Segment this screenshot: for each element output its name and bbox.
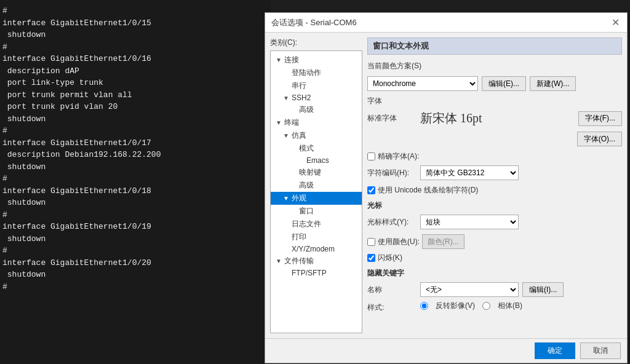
tree-item-label: 连接: [284, 55, 299, 65]
tree-item-串行[interactable]: 串行: [271, 79, 362, 92]
tree-item-label: 外观: [292, 193, 306, 204]
name-select[interactable]: <无>: [420, 282, 519, 297]
radio-reverse[interactable]: [420, 302, 428, 310]
cancel-button[interactable]: 取消: [580, 342, 621, 359]
tree-item-label: 高级: [299, 105, 314, 115]
cursor-style-select[interactable]: 短块: [420, 215, 519, 229]
tree-item-外观[interactable]: ▼外观: [271, 192, 362, 205]
standard-font-label: 标准字体: [367, 113, 417, 124]
tree-item-label: 映射键: [299, 167, 321, 178]
tree-item-label: 日志文件: [292, 219, 321, 229]
blink-checkbox[interactable]: [367, 254, 375, 262]
dialog-overlay: 会话选项 - Serial-COM6 ✕ 类别(C): ▼连接登陆动作串行▼SS…: [0, 0, 630, 364]
category-panel: 类别(C): ▼连接登陆动作串行▼SSH2高级▼终端▼仿真模式Emacs映射键高…: [270, 38, 362, 333]
expand-icon: ▼: [276, 119, 283, 126]
tree-item-label: 登陆动作: [292, 68, 321, 78]
precise-font-checkbox[interactable]: [367, 152, 375, 160]
tree-item-label: 窗口: [299, 206, 314, 216]
tree-item-label: X/Y/Zmodem: [292, 245, 335, 253]
expand-icon: ▼: [276, 258, 283, 264]
tree-item-登陆动作[interactable]: 登陆动作: [271, 66, 362, 79]
style-label: 样式:: [367, 303, 417, 313]
settings-panel: 窗口和文本外观 当前颜色方案(S) Monochrome 编辑(E)... 新建…: [367, 38, 622, 333]
expand-icon: ▼: [283, 95, 290, 101]
edit-color-button[interactable]: 编辑(E)...: [482, 76, 526, 91]
tree-item-X/Y/Zmodem[interactable]: X/Y/Zmodem: [271, 243, 362, 255]
radio-group: 反转影像(V) 相体(B): [420, 301, 522, 311]
encoding-row: 字符编码(H): 简体中文 GB2312: [367, 165, 622, 180]
expand-icon: ▼: [283, 195, 290, 202]
name-label: 名称: [367, 285, 417, 295]
tree-item-高级[interactable]: 高级: [271, 179, 362, 192]
color-scheme-controls: Monochrome 编辑(E)... 新建(W)...: [367, 76, 622, 91]
use-color-checkbox[interactable]: [367, 238, 375, 246]
font-button[interactable]: 字体(F)...: [578, 111, 622, 126]
cursor-style-row: 光标样式(Y): 短块: [367, 215, 622, 229]
tree-item-label: 终端: [284, 117, 299, 128]
tree-item-高级[interactable]: 高级: [271, 103, 362, 116]
ok-button[interactable]: 确定: [535, 342, 575, 359]
tree-item-打印[interactable]: 打印: [271, 231, 362, 243]
new-color-button[interactable]: 新建(W)...: [530, 76, 576, 91]
tree-item-日志文件[interactable]: 日志文件: [271, 218, 362, 231]
tree-item-label: 仿真: [292, 130, 306, 141]
unicode-row: 使用 Unicode 线条绘制字符(D): [367, 185, 622, 196]
radio-bold[interactable]: [482, 302, 490, 310]
category-label: 类别(C):: [270, 38, 362, 48]
unicode-label: 使用 Unicode 线条绘制字符(D): [378, 185, 478, 196]
tree-item-label: 文件传输: [284, 256, 314, 266]
name-row: 名称 <无> 编辑(I)...: [367, 282, 622, 297]
cursor-style-label: 光标样式(Y):: [367, 217, 417, 228]
precise-font-row: 精确字体(A):: [367, 151, 622, 162]
unicode-checkbox[interactable]: [367, 186, 375, 194]
tree-item-label: SSH2: [292, 93, 311, 102]
font-label-row: 字体: [367, 96, 622, 106]
color-scheme-row: 当前颜色方案(S): [367, 61, 622, 71]
font-preview: 新宋体 16pt: [420, 110, 575, 127]
tree-item-文件传输[interactable]: ▼文件传输: [271, 255, 362, 267]
color-button[interactable]: 颜色(R)...: [422, 234, 465, 249]
tree-item-Emacs[interactable]: Emacs: [271, 155, 362, 166]
style-row: 样式: 反转影像(V) 相体(B): [367, 301, 622, 315]
use-color-row: 使用颜色(U): 颜色(R)...: [367, 234, 622, 249]
tree-item-label: 模式: [299, 143, 314, 154]
hidden-keyword-label: 隐藏关键字: [367, 268, 622, 279]
tree-item-模式[interactable]: 模式: [271, 142, 362, 155]
tree-item-label: FTP/SFTP: [292, 269, 327, 277]
font-button2[interactable]: 字体(O)...: [577, 132, 622, 146]
dialog-titlebar: 会话选项 - Serial-COM6 ✕: [265, 13, 627, 33]
tree-item-窗口[interactable]: 窗口: [271, 205, 362, 218]
font-section-label: 字体: [367, 96, 417, 106]
tree-item-FTP/SFTP[interactable]: FTP/SFTP: [271, 267, 362, 279]
dialog-footer: 确定 取消: [265, 338, 627, 363]
expand-icon: ▼: [276, 57, 283, 63]
cursor-section-label: 光标: [367, 200, 622, 211]
expand-icon: ▼: [283, 132, 290, 139]
radio-bold-label: 相体(B): [498, 301, 522, 311]
font-button2-row: 字体(O)...: [367, 132, 622, 146]
tree-item-label: 高级: [299, 180, 314, 191]
tree-item-SSH2[interactable]: ▼SSH2: [271, 92, 362, 103]
tree-item-映射键[interactable]: 映射键: [271, 166, 362, 179]
encoding-label: 字符编码(H):: [367, 168, 417, 178]
tree-item-label: Emacs: [306, 156, 329, 165]
standard-font-row: 标准字体 新宋体 16pt 字体(F)...: [367, 110, 622, 127]
close-button[interactable]: ✕: [610, 17, 621, 28]
color-scheme-select[interactable]: Monochrome: [367, 76, 478, 91]
color-scheme-label: 当前颜色方案(S): [367, 61, 421, 71]
dialog-body: 类别(C): ▼连接登陆动作串行▼SSH2高级▼终端▼仿真模式Emacs映射键高…: [265, 33, 627, 338]
tree-item-终端[interactable]: ▼终端: [271, 116, 362, 129]
edit-button2[interactable]: 编辑(I)...: [522, 282, 564, 297]
tree-container[interactable]: ▼连接登陆动作串行▼SSH2高级▼终端▼仿真模式Emacs映射键高级▼外观窗口日…: [270, 50, 362, 333]
tree-item-连接[interactable]: ▼连接: [271, 53, 362, 66]
tree-item-label: 打印: [292, 232, 306, 242]
use-color-label: 使用颜色(U):: [378, 237, 420, 247]
blink-row: 闪烁(K): [367, 253, 622, 263]
session-options-dialog: 会话选项 - Serial-COM6 ✕ 类别(C): ▼连接登陆动作串行▼SS…: [265, 12, 628, 363]
radio-reverse-label: 反转影像(V): [436, 301, 475, 311]
tree-item-label: 串行: [292, 81, 306, 91]
tree-item-仿真[interactable]: ▼仿真: [271, 129, 362, 142]
section-title: 窗口和文本外观: [367, 38, 622, 55]
encoding-select[interactable]: 简体中文 GB2312: [420, 165, 519, 180]
dialog-title: 会话选项 - Serial-COM6: [271, 17, 357, 28]
